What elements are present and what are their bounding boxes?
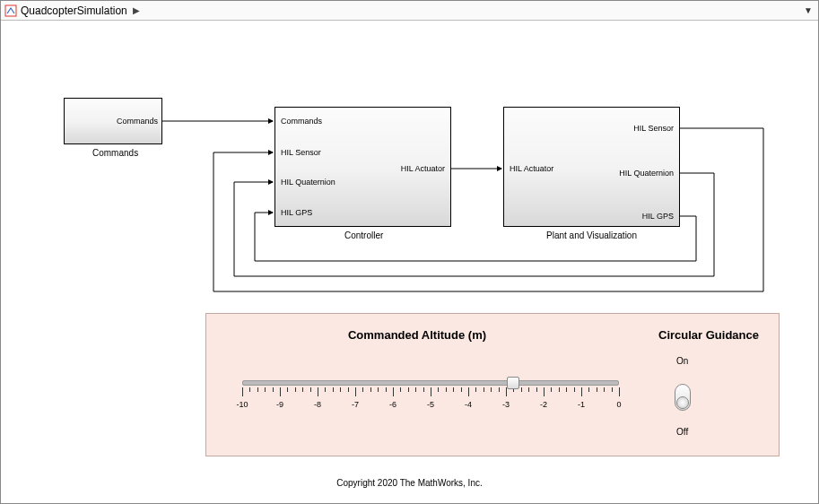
slider-tick-label: -9 <box>276 400 283 409</box>
model-canvas[interactable]: Commands Commands Commands HIL Sensor HI… <box>1 21 818 503</box>
altitude-title: Commanded Altitude (m) <box>206 328 628 342</box>
controller-in-gps: HIL GPS <box>281 208 312 217</box>
slider-tick-label: -1 <box>578 400 585 409</box>
titlebar-dropdown-icon[interactable]: ▼ <box>804 5 813 15</box>
dashboard-panel: Commanded Altitude (m) Circular Guidance… <box>205 313 780 456</box>
slider-tick-label: -7 <box>352 400 359 409</box>
copyright-text: Copyright 2020 The MathWorks, Inc. <box>1 478 818 488</box>
slider-tick-label: -3 <box>502 400 510 409</box>
slider-tick-label: -6 <box>389 400 396 409</box>
block-plant-label: Plant and Visualization <box>546 230 637 240</box>
simulink-icon <box>4 4 17 17</box>
model-title[interactable]: QuadcopterSimulation <box>21 4 127 17</box>
slider-tick-label: -10 <box>236 400 248 409</box>
slider-tick-label: -2 <box>540 400 547 409</box>
controller-in-sensor: HIL Sensor <box>281 148 321 157</box>
guidance-on-label: On <box>676 356 688 366</box>
guidance-title: Circular Guidance <box>646 328 771 342</box>
block-plant[interactable]: HIL Actuator HIL Sensor HIL Quaternion H… <box>503 107 680 227</box>
svg-rect-0 <box>5 5 16 16</box>
slider-tick-label: -4 <box>465 400 472 409</box>
switch-knob-icon <box>676 396 689 409</box>
guidance-switch[interactable] <box>675 384 691 411</box>
breadcrumb-arrow-icon[interactable]: ▶ <box>133 5 140 15</box>
controller-in-commands: Commands <box>281 117 322 126</box>
port-commands-out: Commands <box>117 117 158 126</box>
block-commands[interactable]: Commands <box>64 98 162 144</box>
block-controller[interactable]: Commands HIL Sensor HIL Quaternion HIL G… <box>274 107 451 227</box>
block-controller-label: Controller <box>344 230 383 240</box>
plant-out-sensor: HIL Sensor <box>633 124 674 133</box>
controller-out-actuator: HIL Actuator <box>401 164 445 173</box>
guidance-off-label: Off <box>676 427 688 437</box>
plant-out-gps: HIL GPS <box>642 212 674 221</box>
slider-tick-label: 0 <box>616 400 621 409</box>
slider-tick-label: -5 <box>427 400 434 409</box>
block-commands-label: Commands <box>92 148 138 158</box>
altitude-slider[interactable]: -10-9-8-7-6-5-4-3-2-10 <box>242 380 619 416</box>
simulink-window: QuadcopterSimulation ▶ ▼ Commands C <box>0 0 819 504</box>
controller-in-quat: HIL Quaternion <box>281 178 335 187</box>
plant-in-actuator: HIL Actuator <box>510 164 553 173</box>
slider-thumb[interactable] <box>507 377 519 389</box>
slider-tick-label: -8 <box>314 400 321 409</box>
plant-out-quat: HIL Quaternion <box>619 169 674 178</box>
titlebar: QuadcopterSimulation ▶ ▼ <box>1 1 818 21</box>
